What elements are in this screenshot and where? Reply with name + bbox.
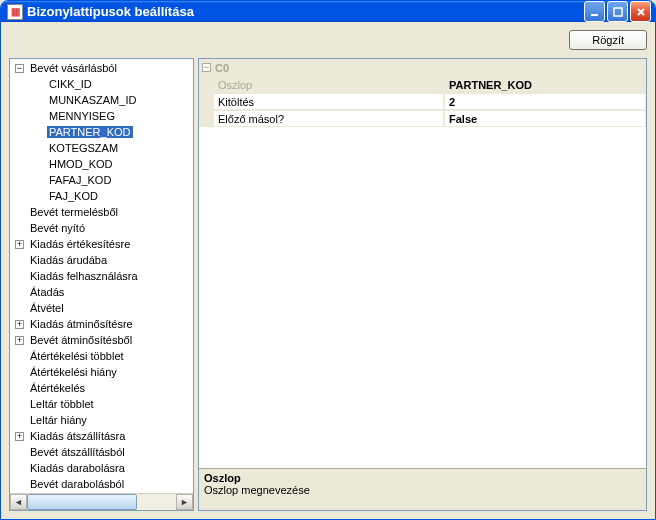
property-row[interactable]: Kitöltés2 (199, 93, 646, 110)
collapse-icon[interactable]: − (15, 64, 24, 73)
tree-item[interactable]: MUNKASZAM_ID (12, 92, 193, 108)
tree-view[interactable]: −Bevét vásárlásbólCIKK_IDMUNKASZAM_IDMEN… (9, 58, 194, 511)
tree-item-label: Bevét termelésből (28, 206, 120, 218)
tree-item[interactable]: Leltár többlet (12, 396, 193, 412)
tree-item[interactable]: Átértékelés (12, 380, 193, 396)
tree-item-label: Kiadás átminősítésre (28, 318, 135, 330)
expand-icon[interactable]: + (15, 336, 24, 345)
scroll-left-button[interactable]: ◄ (10, 494, 27, 510)
tree-item[interactable]: CIKK_ID (12, 76, 193, 92)
collapse-icon[interactable]: − (202, 63, 211, 72)
help-text: Oszlop megnevezése (204, 484, 641, 496)
tree-item-label: Átértékelési többlet (28, 350, 126, 362)
property-value[interactable]: 2 (444, 93, 646, 110)
tree-item-label: Kiadás felhasználásra (28, 270, 140, 282)
tree-item[interactable]: PARTNER_KOD (12, 124, 193, 140)
property-value[interactable]: False (444, 110, 646, 127)
tree-item-label: Átértékelés (28, 382, 87, 394)
property-grid[interactable]: −C0OszlopPARTNER_KODKitöltés2Előző másol… (198, 58, 647, 511)
tree-item[interactable]: Leltár hiány (12, 412, 193, 428)
expand-icon[interactable]: + (15, 320, 24, 329)
help-title: Oszlop (204, 472, 641, 484)
tree-item[interactable]: Kiadás felhasználásra (12, 268, 193, 284)
property-name: Oszlop (214, 76, 444, 93)
tree-item-label: MUNKASZAM_ID (47, 94, 138, 106)
tree-item[interactable]: FAFAJ_KOD (12, 172, 193, 188)
tree-item[interactable]: KOTEGSZAM (12, 140, 193, 156)
horizontal-scrollbar[interactable]: ◄ ► (10, 493, 193, 510)
tree-item[interactable]: Kiadás árudába (12, 252, 193, 268)
tree-item-label: PARTNER_KOD (47, 126, 133, 138)
tree-item[interactable]: +Kiadás értékesítésre (12, 236, 193, 252)
tree-item[interactable]: Bevét termelésből (12, 204, 193, 220)
tree-item-label: KOTEGSZAM (47, 142, 120, 154)
tree-item-label: Bevét vásárlásból (28, 62, 119, 74)
tree-item[interactable]: Átvétel (12, 300, 193, 316)
property-value[interactable]: PARTNER_KOD (444, 76, 646, 93)
tree-item[interactable]: Bevét nyító (12, 220, 193, 236)
tree-item-label: Átadás (28, 286, 66, 298)
tree-item[interactable]: Kiadás darabolásra (12, 460, 193, 476)
tree-item[interactable]: FAJ_KOD (12, 188, 193, 204)
tree-item-label: Átértékelési hiány (28, 366, 119, 378)
tree-item[interactable]: Átértékelési többlet (12, 348, 193, 364)
tree-item-label: Bevét átminősítésből (28, 334, 134, 346)
minimize-button[interactable] (584, 1, 605, 22)
property-name: Előző másol? (214, 110, 444, 127)
category-label: C0 (215, 62, 229, 74)
tree-item[interactable]: +Bevét átminősítésből (12, 332, 193, 348)
property-row[interactable]: Előző másol?False (199, 110, 646, 127)
property-row[interactable]: OszlopPARTNER_KOD (199, 76, 646, 93)
tree-item-label: MENNYISEG (47, 110, 117, 122)
tree-item-label: Leltár hiány (28, 414, 89, 426)
tree-item-label: CIKK_ID (47, 78, 94, 90)
tree-item-label: Átvétel (28, 302, 66, 314)
save-button[interactable]: Rögzít (569, 30, 647, 50)
tree-item-label: FAFAJ_KOD (47, 174, 113, 186)
tree-item-label: Bevét nyító (28, 222, 87, 234)
tree-item[interactable]: −Bevét vásárlásból (12, 60, 193, 76)
titlebar[interactable]: ▦ Bizonylattípusok beállítása (1, 1, 655, 22)
tree-item-label: Leltár többlet (28, 398, 96, 410)
tree-item[interactable]: +Kiadás átszállításra (12, 428, 193, 444)
scroll-thumb[interactable] (27, 494, 137, 510)
tree-item-label: Bevét darabolásból (28, 478, 126, 490)
tree-item-label: Kiadás darabolásra (28, 462, 127, 474)
close-button[interactable] (630, 1, 651, 22)
tree-item[interactable]: HMOD_KOD (12, 156, 193, 172)
property-name: Kitöltés (214, 93, 444, 110)
tree-item-label: HMOD_KOD (47, 158, 115, 170)
tree-item-label: FAJ_KOD (47, 190, 100, 202)
tree-item[interactable]: Bevét darabolásból (12, 476, 193, 492)
property-category[interactable]: −C0 (199, 59, 646, 76)
app-icon: ▦ (7, 4, 23, 20)
tree-item[interactable]: Átadás (12, 284, 193, 300)
tree-item-label: Kiadás árudába (28, 254, 109, 266)
maximize-button[interactable] (607, 1, 628, 22)
tree-item[interactable]: +Kiadás átminősítésre (12, 316, 193, 332)
tree-item-label: Bevét átszállításból (28, 446, 127, 458)
expand-icon[interactable]: + (15, 240, 24, 249)
scroll-right-button[interactable]: ► (176, 494, 193, 510)
svg-rect-0 (591, 14, 598, 16)
tree-item[interactable]: Átértékelési hiány (12, 364, 193, 380)
expand-icon[interactable]: + (15, 432, 24, 441)
window-title: Bizonylattípusok beállítása (27, 4, 584, 19)
tree-item-label: Kiadás átszállításra (28, 430, 127, 442)
property-help: Oszlop Oszlop megnevezése (199, 468, 646, 510)
tree-item[interactable]: MENNYISEG (12, 108, 193, 124)
tree-item[interactable]: Bevét átszállításból (12, 444, 193, 460)
tree-item-label: Kiadás értékesítésre (28, 238, 132, 250)
svg-rect-1 (614, 8, 622, 16)
